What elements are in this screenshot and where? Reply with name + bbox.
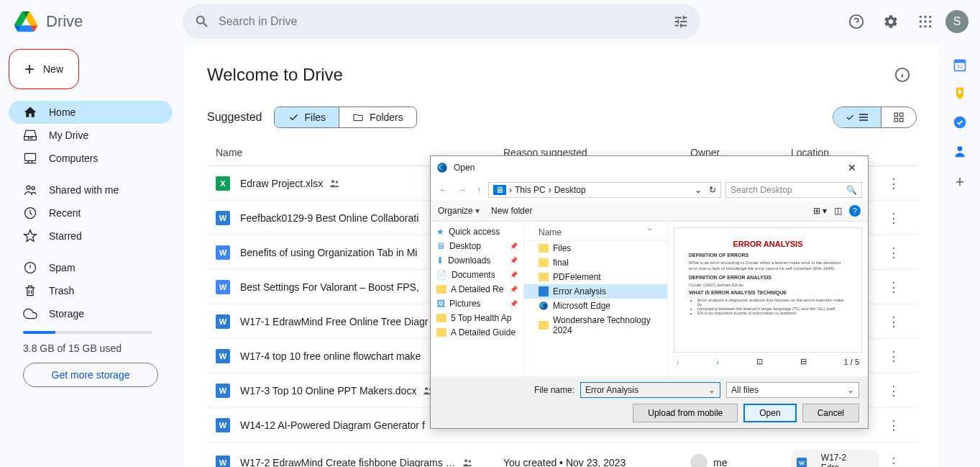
more-icon[interactable]: ⋮	[887, 314, 900, 329]
file-list-item[interactable]: final	[524, 255, 667, 270]
tree-item[interactable]: A Detailed Re📌	[431, 282, 523, 296]
tree-item[interactable]: 🖥Desktop📌	[431, 239, 523, 253]
cancel-button[interactable]: Cancel	[802, 404, 859, 422]
edge-icon	[436, 162, 448, 173]
more-icon[interactable]: ⋮	[887, 280, 900, 294]
more-icon[interactable]: ⋮	[887, 211, 900, 225]
prev-page-icon[interactable]: ‹	[677, 358, 679, 366]
filter-select[interactable]: All files⌄	[726, 382, 859, 398]
shared-icon	[462, 457, 473, 467]
pin-icon: 📌	[510, 242, 518, 250]
organize-menu[interactable]: Organize ▾	[438, 206, 480, 216]
nav-spam[interactable]: Spam	[9, 256, 173, 279]
pictures-icon: 🖼	[436, 299, 445, 309]
view-toggle	[833, 106, 917, 128]
tasks-icon[interactable]	[953, 115, 967, 130]
file-list-item[interactable]: PDFelement	[524, 270, 667, 284]
svg-point-5	[924, 20, 926, 22]
fit-page-icon[interactable]: ⊡	[756, 357, 763, 366]
file-name-text: W17-2 EdrawMind Create fishbone Diagrams…	[240, 457, 456, 467]
back-icon[interactable]: ←	[436, 183, 451, 196]
dialog-footer: File name: Error Analysis⌄ All files⌄ Up…	[431, 376, 868, 428]
tree-item[interactable]: A Detailed Guide	[431, 325, 523, 340]
file-list-item[interactable]: Files	[524, 241, 667, 255]
view-grid-button[interactable]	[881, 107, 916, 127]
nav-storage[interactable]: Storage	[9, 302, 173, 325]
dialog-search[interactable]: Search Desktop 🔍	[725, 182, 862, 198]
upload-mobile-button[interactable]: Upload from mobile	[633, 404, 738, 422]
breadcrumb[interactable]: 🖥 ›This PC ›Desktop ⌄↻	[488, 182, 721, 198]
calendar-icon[interactable]: 31	[953, 58, 967, 72]
tree-item[interactable]: 📄Documents📌	[431, 268, 523, 282]
tree-item[interactable]: ⬇Downloads📌	[431, 253, 523, 268]
chip-files[interactable]: Files	[275, 107, 339, 127]
fit-width-icon[interactable]: ⊟	[800, 357, 807, 366]
more-icon[interactable]: ⋮	[887, 418, 900, 432]
folder-icon	[539, 258, 549, 267]
keep-icon[interactable]	[953, 86, 967, 101]
pin-icon: 📌	[510, 300, 518, 307]
tree-item[interactable]: 🖼Pictures📌	[431, 296, 523, 311]
more-icon[interactable]: ⋮	[887, 384, 900, 398]
search-input[interactable]	[219, 15, 664, 28]
tree-item[interactable]: 5 Top Health Ap	[431, 311, 523, 325]
open-button[interactable]: Open	[743, 404, 796, 422]
nav-home[interactable]: Home	[9, 101, 173, 124]
nav-shared[interactable]: Shared with me	[9, 178, 173, 201]
file-list-item[interactable]: Microsoft Edge	[524, 299, 667, 313]
nav-recent[interactable]: Recent	[9, 201, 173, 225]
file-list-item[interactable]: Wondershare Technology 2024	[524, 313, 667, 337]
help-icon[interactable]: ?	[849, 205, 861, 217]
chip-folders[interactable]: Folders	[339, 107, 416, 127]
header-actions: S	[842, 7, 968, 36]
close-icon[interactable]: ✕	[842, 160, 862, 175]
more-icon[interactable]: ⋮	[887, 176, 900, 191]
folder-icon	[436, 285, 447, 294]
nav-computers[interactable]: Computers	[9, 147, 173, 170]
side-panel: 31 +	[940, 43, 980, 467]
dialog-toolbar: Organize ▾ New folder ⊞ ▾ ◫ ?	[431, 201, 868, 222]
logo[interactable]: Drive	[12, 7, 177, 36]
tree-item[interactable]: ★Quick access	[431, 225, 523, 239]
page-counter: 1 / 5	[844, 358, 859, 366]
file-list-item[interactable]: Error Analysis	[524, 284, 667, 299]
search-bar[interactable]	[183, 4, 700, 39]
new-folder-button[interactable]: New folder	[491, 206, 532, 216]
search-options-icon[interactable]	[673, 14, 689, 30]
preview-pane-icon[interactable]: ◫	[834, 206, 842, 216]
svg-point-22	[425, 387, 428, 390]
app-name: Drive	[46, 12, 83, 31]
dialog-preview: ERROR ANALYSIS DEFINITION OF ERRORS What…	[668, 222, 868, 376]
nav-mydrive[interactable]: My Drive	[9, 124, 173, 147]
next-page-icon[interactable]: ›	[716, 358, 719, 366]
contacts-icon[interactable]	[953, 144, 967, 158]
file-name-text: W14-12 AI-Powered Diagram Generator f	[240, 420, 425, 431]
forward-icon[interactable]: →	[455, 183, 470, 196]
nav-starred[interactable]: Starred	[9, 225, 173, 248]
account-avatar[interactable]: S	[945, 10, 968, 33]
nav-trash[interactable]: Trash	[9, 279, 173, 302]
apps-icon[interactable]	[911, 7, 940, 36]
view-list-button[interactable]	[833, 107, 881, 127]
get-storage-button[interactable]: Get more storage	[23, 363, 158, 387]
dialog-tree: ★Quick access🖥Desktop📌⬇Downloads📌📄Docume…	[431, 222, 524, 376]
more-icon[interactable]: ⋮	[887, 455, 900, 467]
up-icon[interactable]: ↑	[474, 183, 484, 196]
folder-icon	[436, 328, 447, 337]
pin-icon: 📌	[510, 271, 518, 278]
file-row[interactable]: W W17-2 EdrawMind Create fishbone Diagra…	[207, 443, 917, 467]
edge-icon	[539, 301, 549, 311]
quickaccess-icon: ★	[436, 227, 444, 237]
help-icon[interactable]	[842, 7, 871, 36]
filename-input[interactable]: Error Analysis⌄	[580, 382, 720, 398]
storage-text: 3.8 GB of 15 GB used	[23, 343, 158, 354]
view-mode-icon[interactable]: ⊞ ▾	[813, 206, 827, 216]
more-icon[interactable]: ⋮	[887, 245, 900, 260]
settings-icon[interactable]	[876, 7, 905, 36]
more-icon[interactable]: ⋮	[887, 349, 900, 363]
svg-point-31	[958, 146, 963, 151]
add-addon-icon[interactable]: +	[956, 173, 965, 191]
info-icon[interactable]	[888, 60, 917, 89]
app-header: Drive S	[0, 0, 980, 43]
new-button[interactable]: + New	[9, 49, 79, 89]
